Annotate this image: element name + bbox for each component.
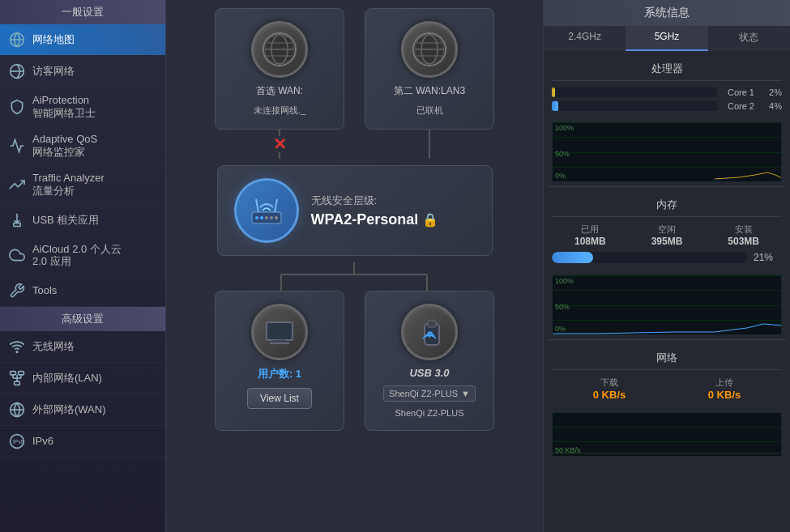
svg-line-30 [256,199,258,212]
sidebar-general-header: 一般设置 [0,0,165,24]
mem-chart-svg [553,275,781,334]
net-stats-row: 下载 0 KB/s 上传 0 KB/s [552,377,782,401]
usb-label: USB 3.0 [409,367,449,379]
svg-text:IPv6: IPv6 [13,439,24,445]
cpu-core1-label: Core 1 [722,87,754,97]
cpu-chart-wrapper: 100% 50% 0% [544,121,790,186]
security-value: WPA2-Personal 🔒 [311,211,439,228]
svg-point-46 [429,335,431,338]
net-chart-wrapper: 50 KB/s [544,412,790,461]
wan1-cross-mark: ✕ [273,136,287,152]
sidebar-item-usb-apps[interactable]: USB 相关应用 [0,205,165,236]
cpu-chart-svg [553,122,781,181]
sidebar-item-lan[interactable]: 内部网络(LAN) [0,363,165,394]
branch-connector-svg [215,262,494,291]
network-map-icon [8,31,26,49]
bottom-nodes-row: 用户数: 1 View List [215,291,494,431]
sidebar-item-wan-label: 外部网络(WAN) [32,403,106,416]
sys-info-header: 系统信息 [544,0,790,26]
sidebar-item-usb-label: USB 相关应用 [32,214,99,227]
svg-point-5 [16,351,18,353]
sidebar-item-network-map[interactable]: 网络地图 [0,24,165,56]
sidebar-item-aiprotection[interactable]: AiProtection 智能网络卫士 [0,87,165,126]
router-node: 无线安全层级: WPA2-Personal 🔒 [217,165,493,256]
mem-title: 内存 [552,194,782,217]
svg-rect-6 [11,371,16,374]
svg-point-32 [255,216,258,219]
net-chart: 50 KB/s [552,412,782,457]
svg-point-35 [270,216,273,219]
svg-rect-7 [19,371,24,374]
network-map-area: 首选 WAN: 未连接网线._ 第二 WAN:LAN3 已联机 [166,0,543,439]
lan-icon [8,369,26,387]
wan1-label: 首选 WAN: [256,84,303,98]
right-panel: 系统信息 2.4GHz 5GHz 状态 处理器 Core 1 2% Core 2… [543,0,790,532]
tab-status[interactable]: 状态 [708,26,790,51]
tab-5ghz[interactable]: 5GHz [626,26,707,51]
tools-icon [8,282,26,300]
security-label: 无线安全层级: [311,194,439,208]
usb-node: USB 3.0 ShenQi Z2-PLUS ▼ ShenQi Z2-PLUS [365,291,494,431]
svg-rect-4 [14,223,20,226]
router-info: 无线安全层级: WPA2-Personal 🔒 [311,194,439,228]
sidebar-item-adaptive-qos[interactable]: Adaptive QoS 网络监控家 [0,126,165,165]
svg-rect-8 [15,381,20,385]
main-content: 首选 WAN: 未连接网线._ 第二 WAN:LAN3 已联机 [166,0,543,532]
sidebar-advanced-header: 高级设置 [0,307,165,331]
freq-tabs: 2.4GHz 5GHz 状态 [544,26,790,51]
cpu-core2-label: Core 2 [722,101,754,111]
cpu-core2-pct: 4% [759,101,782,111]
wan1-status: 未连接网线._ [254,104,305,117]
traffic-icon [8,176,26,194]
cpu-core2-bar-bg [552,101,717,111]
sidebar-item-lan-label: 内部网络(LAN) [32,372,102,385]
sidebar-item-ipv6[interactable]: IPv6 IPv6 [0,426,165,458]
cloud-icon [8,246,26,264]
mem-bar-row: 21% [552,252,782,263]
sidebar-item-aicloud-label: AiCloud 2.0 个人云 2.0 应用 [32,243,122,268]
mem-bar-fill [552,252,593,263]
memory-section: 内存 已用 108MB 空闲 395MB 安装 503MB 21% [544,187,790,275]
sidebar-item-traffic-analyzer[interactable]: Traffic Analyzer 流量分析 [0,165,165,204]
sidebar-item-wireless-label: 无线网络 [32,340,75,353]
cpu-core2-row: Core 2 4% [552,101,782,111]
cpu-core1-bar-fill [552,87,555,97]
cpu-core2-bar-fill [552,101,558,111]
cpu-title: 处理器 [552,57,782,81]
sidebar-item-tools[interactable]: Tools [0,275,165,307]
net-chart-svg [553,413,781,456]
sidebar-item-guest-network[interactable]: 访客网络 [0,56,165,87]
wan2-connector [429,130,430,159]
net-upload: 上传 0 KB/s [708,377,741,401]
sidebar-item-wireless[interactable]: 无线网络 [0,331,165,363]
router-row: 无线安全层级: WPA2-Personal 🔒 [217,165,493,256]
wan2-label: 第二 WAN:LAN3 [394,84,465,98]
sidebar-item-tools-label: Tools [32,284,57,297]
usb-icon [8,211,26,229]
mem-chart-wrapper: 100% 50% 0% [544,275,790,339]
sidebar-item-wan[interactable]: 外部网络(WAN) [0,394,165,426]
client-node: 用户数: 1 View List [215,291,344,431]
mem-stats-row: 已用 108MB 空闲 395MB 安装 503MB [552,223,782,247]
sidebar-item-traffic-label: Traffic Analyzer 流量分析 [32,172,105,197]
wan-nodes-row: 首选 WAN: 未连接网线._ 第二 WAN:LAN3 已联机 [215,8,494,130]
svg-rect-45 [428,321,436,327]
net-title: 网络 [552,347,782,370]
wan2-status: 已联机 [416,104,443,117]
wan2-icon-circle [401,21,458,78]
sidebar-item-aiprot-label: AiProtection 智能网络卫士 [32,94,96,119]
wireless-icon [8,338,26,355]
client-icon-circle [251,304,308,360]
svg-point-36 [275,216,278,219]
sidebar: 一般设置 网络地图 访客网络 AiPr [0,0,166,532]
sidebar-item-qos-label: Adaptive QoS 网络监控家 [32,133,97,158]
cpu-core1-bar-bg [552,87,717,97]
sidebar-item-network-map-label: 网络地图 [32,33,75,46]
usb-device-dropdown[interactable]: ShenQi Z2-PLUS ▼ [383,385,476,402]
network-section: 网络 下载 0 KB/s 上传 0 KB/s [544,340,790,412]
cpu-chart: 100% 50% 0% [552,121,782,182]
view-list-button[interactable]: View List [247,388,312,409]
sidebar-item-aicloud[interactable]: AiCloud 2.0 个人云 2.0 应用 [0,236,165,275]
tab-2_4ghz[interactable]: 2.4GHz [544,26,626,51]
svg-line-31 [275,199,277,212]
